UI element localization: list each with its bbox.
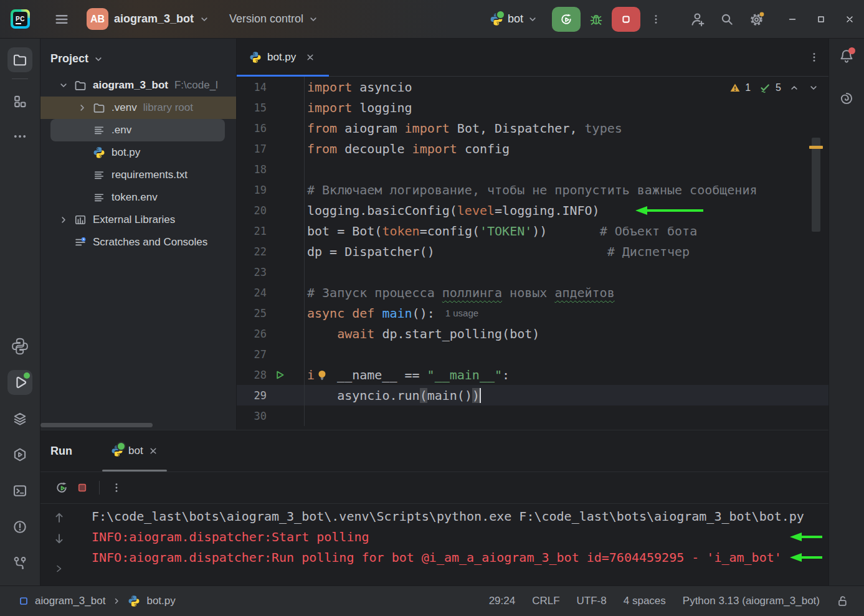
toolwindow-python-console-button[interactable] (7, 334, 32, 359)
scroll-down-icon[interactable] (53, 533, 65, 545)
inspections-widget[interactable]: 1 5 (729, 82, 819, 94)
tree-item--env[interactable]: .env (50, 119, 225, 141)
expand-icon[interactable] (54, 564, 64, 574)
stop-button[interactable] (612, 7, 640, 32)
code-line-27[interactable]: 27 (237, 344, 828, 364)
caret-position[interactable]: 29:24 (489, 595, 516, 607)
toolwindow-structure-button[interactable] (7, 89, 32, 114)
window-close-button[interactable] (835, 5, 864, 34)
code-with-me-button[interactable] (685, 7, 710, 32)
chevron-down-icon (199, 14, 209, 24)
toolwindow-run-anything-button[interactable] (7, 442, 32, 467)
code-line-23[interactable]: 23 (237, 262, 828, 282)
python-interpreter[interactable]: Python 3.13 (aiogram_3_bot) (683, 595, 820, 607)
hexagon-play-icon (12, 447, 27, 462)
tab-bot-py[interactable]: bot.py (237, 39, 329, 77)
tab-options-icon[interactable] (809, 52, 820, 63)
code-line-20[interactable]: 20logging.basicConfig(level=logging.INFO… (237, 200, 828, 220)
run-tab-bot[interactable]: bot (101, 430, 168, 471)
next-problem-icon[interactable] (809, 83, 819, 93)
tab-label: bot.py (267, 51, 296, 64)
library-icon (73, 214, 88, 226)
stop-icon[interactable] (77, 482, 88, 493)
code-line-29[interactable]: 29 asyncio.run(main()) (237, 385, 828, 405)
main-menu-icon[interactable] (54, 12, 69, 27)
toolwindow-problems-button[interactable] (7, 514, 32, 539)
intention-bulb-icon[interactable] (316, 369, 328, 381)
scroll-up-icon[interactable] (53, 511, 65, 524)
tree-item-bot-py[interactable]: bot.py (40, 141, 236, 164)
run-line-icon[interactable] (274, 369, 285, 381)
tree-item-token-env[interactable]: token.env (40, 186, 236, 209)
usage-hint[interactable]: 1 usage (445, 308, 478, 318)
project-name: aiogram_3_bot (114, 12, 194, 26)
toolwindow-git-button[interactable] (7, 551, 32, 576)
search-icon (720, 12, 734, 26)
pycharm-logo-text: PC (13, 12, 27, 26)
code-line-22[interactable]: 22dp = Dispatcher() # Диспетчер (237, 241, 828, 262)
tree-item-external-libraries[interactable]: External Libraries (40, 209, 236, 231)
toolwindow-terminal-button[interactable] (7, 478, 32, 503)
breadcrumb-file[interactable]: bot.py (146, 595, 175, 607)
code-editor[interactable]: 14import asyncio15import logging16from a… (237, 77, 828, 426)
tree-item-aiogram-3-bot[interactable]: aiogram_3_botF:\code_l (40, 74, 236, 97)
tree-item-label: aiogram_3_bot (93, 79, 168, 92)
code-line-17[interactable]: 17from decouple import config (237, 138, 828, 159)
check-icon (759, 82, 771, 94)
breadcrumb-project[interactable]: aiogram_3_bot (35, 595, 105, 607)
code-line-28[interactable]: 28i __name__ == "__main__": (237, 364, 828, 385)
tree-item-suffix: library root (143, 102, 193, 114)
file-icon (92, 191, 107, 204)
vertical-scrollbar[interactable] (812, 138, 820, 232)
toolwindow-services-button[interactable] (7, 406, 32, 431)
code-line-18[interactable]: 18 (237, 159, 828, 179)
tree-item-scratches-and-consoles[interactable]: Scratches and Consoles (40, 231, 236, 254)
scrollbar-warning-marker[interactable] (809, 146, 823, 149)
ai-assistant-button[interactable] (834, 86, 859, 111)
code-line-26[interactable]: 26 await dp.start_polling(bot) (237, 323, 828, 344)
search-everywhere-button[interactable] (714, 7, 739, 32)
console-line-3: INFO:aiogram.dispatcher:Run polling for … (78, 547, 828, 567)
chevron-right-icon[interactable] (73, 103, 92, 113)
more-toolwindows-button[interactable] (7, 124, 32, 149)
debug-button[interactable] (584, 7, 609, 32)
project-panel-header[interactable]: Project (40, 39, 236, 74)
code-line-30[interactable]: 30 (237, 405, 828, 426)
run-tab-close-icon[interactable] (148, 446, 158, 456)
line-ending[interactable]: CRLF (532, 595, 559, 607)
file-icon (92, 169, 107, 181)
window-minimize-button[interactable] (778, 5, 807, 34)
run-config-selector[interactable]: bot (490, 12, 538, 26)
prev-problem-icon[interactable] (789, 83, 799, 93)
more-vertical-icon[interactable] (111, 482, 122, 493)
code-line-15[interactable]: 15import logging (237, 97, 828, 118)
file-encoding[interactable]: UTF-8 (577, 595, 607, 607)
indent-style[interactable]: 4 spaces (624, 595, 666, 607)
vcs-widget[interactable]: Version control (229, 12, 318, 26)
run-console[interactable]: F:\code_last\bots\aiogram_3_bot\.venv\Sc… (40, 504, 828, 585)
toolwindow-run-button[interactable] (7, 370, 32, 395)
rerun-icon[interactable] (55, 481, 68, 494)
breadcrumb-separator-icon (112, 596, 121, 606)
lock-open-icon[interactable] (837, 595, 849, 607)
code-line-21[interactable]: 21bot = Bot(token=config('TOKEN')) # Объ… (237, 220, 828, 241)
more-actions-button[interactable] (643, 7, 668, 32)
settings-button[interactable] (744, 7, 769, 32)
code-line-24[interactable]: 24# Запуск процесса поллинга новых апдей… (237, 282, 828, 303)
chevron-down-icon[interactable] (54, 80, 73, 90)
horizontal-scrollbar[interactable] (40, 423, 153, 427)
toolwindow-project-button[interactable] (7, 47, 32, 72)
tree-item--venv[interactable]: .venvlibrary root (40, 97, 236, 119)
window-maximize-button[interactable] (807, 5, 835, 34)
tab-close-icon[interactable] (305, 52, 315, 62)
rerun-button[interactable] (552, 7, 581, 32)
tree-item-requirements-txt[interactable]: requirements.txt (40, 164, 236, 186)
code-line-16[interactable]: 16from aiogram import Bot, Dispatcher, t… (237, 118, 828, 138)
project-widget[interactable]: AB aiogram_3_bot (87, 8, 209, 30)
console-gutter (40, 504, 78, 585)
code-line-25[interactable]: 25async def main():1 usage (237, 303, 828, 323)
notifications-button[interactable] (839, 49, 854, 66)
code-line-19[interactable]: 19# Включаем логирование, чтобы не пропу… (237, 179, 828, 200)
chevron-right-icon[interactable] (54, 215, 73, 225)
console-output[interactable]: F:\code_last\bots\aiogram_3_bot\.venv\Sc… (78, 504, 828, 585)
